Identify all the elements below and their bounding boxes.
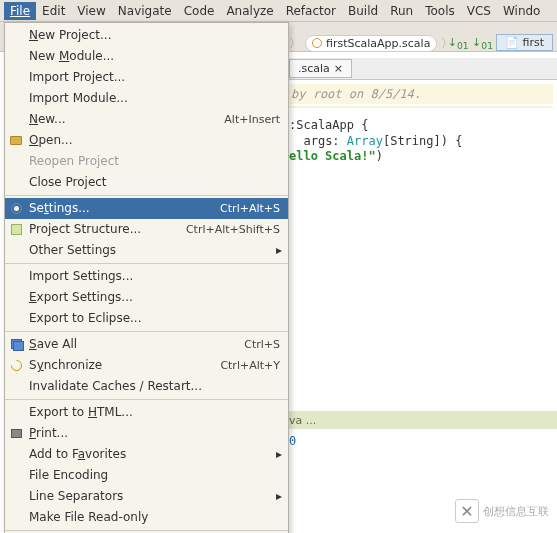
menu-project-structure[interactable]: Project Structure...Ctrl+Alt+Shift+S [5, 219, 288, 240]
menu-make-readonly[interactable]: Make File Read-only [5, 507, 288, 528]
menu-open[interactable]: Open... [5, 130, 288, 151]
menu-close-project[interactable]: Close Project [5, 172, 288, 193]
menu-file[interactable]: File [4, 2, 36, 20]
printer-icon [9, 427, 23, 441]
menu-reopen-project: Reopen Project [5, 151, 288, 172]
menu-new-project[interactable]: New Project... [5, 25, 288, 46]
watermark-text: 创想信息互联 [483, 504, 549, 519]
menu-file-encoding[interactable]: File Encoding [5, 465, 288, 486]
menu-settings[interactable]: Settings...Ctrl+Alt+S [5, 198, 288, 219]
menu-build[interactable]: Build [342, 2, 384, 20]
menu-refactor[interactable]: Refactor [280, 2, 342, 20]
menu-separator [5, 530, 288, 531]
run-output-header-label: va ... [289, 414, 316, 427]
structure-icon [9, 223, 23, 237]
file-icon: 📄 [505, 36, 519, 49]
menu-synchronize[interactable]: SynchronizeCtrl+Alt+Y [5, 355, 288, 376]
menu-line-separators[interactable]: Line Separators▸ [5, 486, 288, 507]
sync-icon [9, 359, 23, 373]
menu-run[interactable]: Run [384, 2, 419, 20]
menu-export-html[interactable]: Export to HTML... [5, 402, 288, 423]
menu-edit[interactable]: Edit [36, 2, 71, 20]
menu-vcs[interactable]: VCS [461, 2, 497, 20]
download-indicator-icon[interactable]: ↓01 ↓01 [448, 36, 493, 51]
menu-separator [5, 331, 288, 332]
menu-tools[interactable]: Tools [419, 2, 461, 20]
submenu-arrow-icon: ▸ [276, 488, 282, 505]
menu-invalidate-caches[interactable]: Invalidate Caches / Restart... [5, 376, 288, 397]
scala-icon [312, 38, 322, 48]
menu-export-eclipse[interactable]: Export to Eclipse... [5, 308, 288, 329]
gear-icon [9, 202, 23, 216]
watermark-logo-icon: ✕ [455, 499, 479, 523]
menu-import-settings[interactable]: Import Settings... [5, 266, 288, 287]
menu-save-all[interactable]: Save AllCtrl+S [5, 334, 288, 355]
console-output[interactable]: 0 [285, 430, 557, 490]
folder-icon [9, 134, 23, 148]
navigator-tab-label: first [523, 36, 545, 49]
watermark: ✕ 创想信息互联 [455, 499, 549, 523]
menu-code[interactable]: Code [178, 2, 221, 20]
menubar: File Edit View Navigate Code Analyze Ref… [0, 0, 557, 22]
editor-tabs: .scala × [285, 58, 557, 80]
menu-import-module[interactable]: Import Module... [5, 88, 288, 109]
menu-analyze[interactable]: Analyze [220, 2, 279, 20]
menu-window[interactable]: Windo [497, 2, 547, 20]
submenu-arrow-icon: ▸ [276, 446, 282, 463]
save-all-icon [9, 338, 23, 352]
editor-tab[interactable]: .scala × [289, 59, 352, 78]
menu-new-module[interactable]: New Module... [5, 46, 288, 67]
editor-tab-label: .scala [298, 62, 330, 75]
close-icon[interactable]: × [334, 62, 343, 75]
menu-print[interactable]: Print... [5, 423, 288, 444]
menu-separator [5, 399, 288, 400]
navigator-tab[interactable]: 📄 first [496, 34, 554, 51]
breadcrumb-file[interactable]: firstScalaApp.scala [305, 35, 437, 52]
console-line: 0 [289, 434, 553, 448]
file-menu-dropdown: New Project... New Module... Import Proj… [4, 22, 289, 533]
submenu-arrow-icon: ▸ [276, 242, 282, 259]
run-output-header[interactable]: va ... [285, 411, 557, 429]
menu-navigate[interactable]: Navigate [112, 2, 178, 20]
menu-other-settings[interactable]: Other Settings▸ [5, 240, 288, 261]
menu-export-settings[interactable]: Export Settings... [5, 287, 288, 308]
menu-add-to-favorites[interactable]: Add to Favorites▸ [5, 444, 288, 465]
menu-separator [5, 195, 288, 196]
menu-view[interactable]: View [71, 2, 111, 20]
menu-separator [5, 263, 288, 264]
editor-comment-banner: by root on 8/5/14. [289, 84, 553, 104]
breadcrumb-file-label: firstScalaApp.scala [326, 37, 430, 50]
menu-import-project[interactable]: Import Project... [5, 67, 288, 88]
menu-new[interactable]: New...Alt+Insert [5, 109, 288, 130]
